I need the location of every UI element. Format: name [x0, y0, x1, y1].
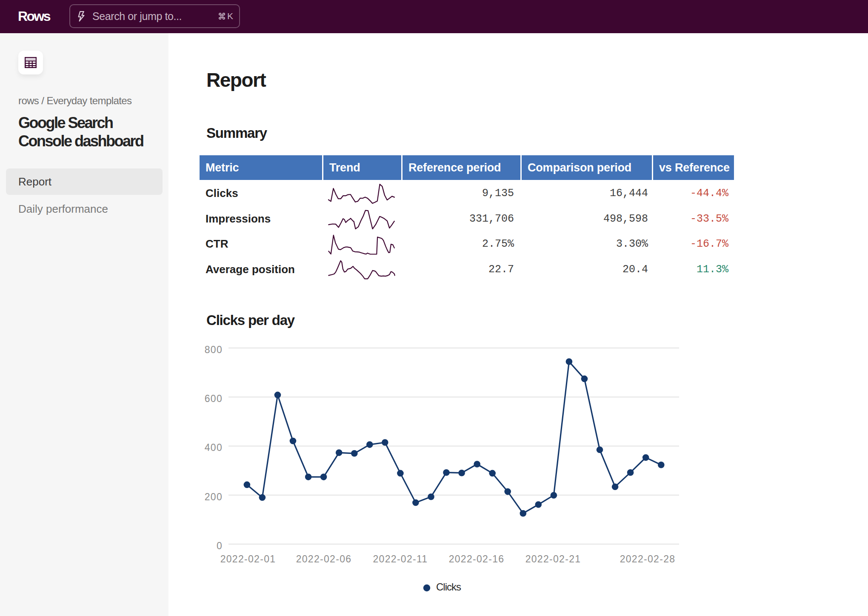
svg-text:800: 800 — [205, 344, 223, 355]
svg-text:Clicks: Clicks — [436, 581, 461, 593]
svg-text:2022-02-01: 2022-02-01 — [220, 553, 276, 565]
svg-text:2022-02-21: 2022-02-21 — [525, 553, 581, 565]
svg-text:2022-02-06: 2022-02-06 — [296, 553, 352, 565]
svg-text:2022-02-16: 2022-02-16 — [449, 553, 505, 565]
svg-text:600: 600 — [205, 393, 223, 404]
svg-text:0: 0 — [217, 540, 223, 551]
svg-text:200: 200 — [205, 491, 223, 502]
svg-text:2022-02-11: 2022-02-11 — [373, 553, 428, 565]
svg-text:400: 400 — [205, 442, 223, 453]
svg-text:2022-02-28: 2022-02-28 — [620, 553, 676, 565]
